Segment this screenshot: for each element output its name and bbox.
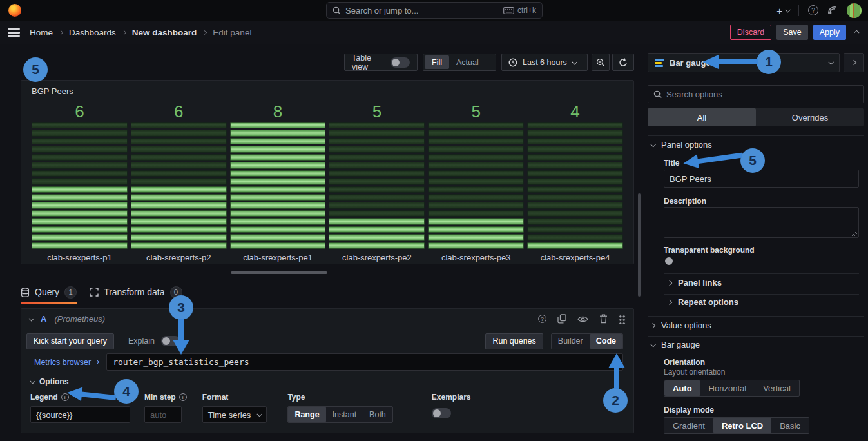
user-avatar[interactable] bbox=[847, 3, 862, 18]
duplicate-query-icon[interactable] bbox=[557, 314, 566, 324]
value-options-header[interactable]: Value options bbox=[651, 320, 711, 330]
query-help-icon[interactable]: ? bbox=[538, 315, 546, 323]
panel-options-header[interactable]: Panel options bbox=[651, 140, 712, 150]
code-mode-button[interactable]: Code bbox=[590, 334, 622, 349]
grafana-logo[interactable] bbox=[8, 4, 21, 17]
apply-button[interactable]: Apply bbox=[813, 24, 846, 40]
tab-all[interactable]: All bbox=[648, 108, 756, 126]
zoom-out-button[interactable] bbox=[592, 54, 610, 71]
breadcrumb-home[interactable]: Home bbox=[30, 28, 53, 37]
table-view-switch[interactable] bbox=[391, 57, 410, 68]
bar-gauge-viz: 6 clab-srexperts-p1 6 clab-srexperts-p2 … bbox=[32, 103, 623, 262]
table-view-toggle[interactable]: Table view bbox=[344, 54, 418, 71]
lcd-cell bbox=[527, 194, 623, 201]
metrics-browser-button[interactable]: Metrics browser bbox=[26, 353, 106, 371]
panel-links-section[interactable]: Panel links bbox=[668, 278, 722, 288]
lcd-cell bbox=[230, 154, 326, 161]
delete-query-icon[interactable] bbox=[599, 314, 608, 324]
lcd-cell bbox=[428, 194, 524, 201]
lcd-cell bbox=[230, 178, 326, 184]
fill-button[interactable]: Fill bbox=[425, 55, 449, 69]
collapse-query-icon[interactable] bbox=[28, 316, 34, 321]
orientation-description: Layout orientation bbox=[664, 368, 725, 377]
lcd-cell bbox=[131, 178, 227, 184]
news-icon[interactable] bbox=[827, 6, 838, 15]
fill-actual-group: Fill Actual bbox=[423, 54, 496, 71]
lcd-cell bbox=[527, 154, 623, 161]
annotation-circle-5: 5 bbox=[23, 57, 48, 82]
display-gradient-button[interactable]: Gradient bbox=[664, 418, 713, 433]
chevron-down-icon bbox=[30, 378, 35, 384]
lcd-cell bbox=[329, 146, 425, 152]
drag-handle-icon[interactable] bbox=[619, 314, 626, 324]
gauge-column: 6 clab-srexperts-p2 bbox=[131, 103, 227, 262]
bar-gauge-icon bbox=[655, 59, 664, 67]
query-ref-id: A bbox=[41, 314, 46, 324]
help-icon[interactable]: ? bbox=[808, 5, 818, 15]
orientation-horizontal-button[interactable]: Horizontal bbox=[700, 380, 755, 396]
lcd-cell bbox=[32, 170, 128, 177]
query-row-header[interactable]: A (Prometheus) ? bbox=[21, 309, 633, 329]
promql-query-input[interactable] bbox=[106, 353, 623, 371]
lcd-cell bbox=[32, 234, 128, 240]
bar-gauge-options-header[interactable]: Bar gauge bbox=[651, 340, 700, 349]
lcd-cell bbox=[329, 226, 425, 233]
menu-icon[interactable] bbox=[8, 28, 20, 37]
chevron-down-icon bbox=[650, 342, 655, 347]
lcd-cell bbox=[527, 130, 623, 136]
lcd-cell bbox=[131, 234, 227, 240]
global-search[interactable]: Search or jump to... ctrl+k bbox=[326, 2, 543, 19]
orientation-vertical-button[interactable]: Vertical bbox=[755, 380, 799, 396]
lcd-cell bbox=[428, 202, 524, 208]
display-retro-lcd-button[interactable]: Retro LCD bbox=[713, 418, 771, 433]
vertical-scrollbar[interactable] bbox=[638, 193, 641, 297]
divider bbox=[648, 336, 864, 337]
tab-transform-data[interactable]: Transform data 0 bbox=[90, 284, 182, 300]
min-step-input[interactable] bbox=[144, 406, 182, 423]
time-range-picker[interactable]: Last 6 hours bbox=[501, 54, 588, 71]
new-button[interactable]: + bbox=[776, 5, 789, 16]
tab-transform-label: Transform data bbox=[104, 287, 164, 297]
panel-title: BGP Peers bbox=[32, 86, 73, 96]
type-both-button[interactable]: Both bbox=[363, 407, 392, 422]
chevron-right-icon bbox=[122, 30, 126, 35]
lcd-cell bbox=[428, 154, 524, 161]
lcd-cell bbox=[428, 234, 524, 240]
builder-mode-button[interactable]: Builder bbox=[552, 334, 590, 349]
exemplars-switch[interactable] bbox=[432, 408, 451, 418]
actual-button[interactable]: Actual bbox=[449, 55, 486, 69]
orientation-auto-button[interactable]: Auto bbox=[664, 380, 700, 396]
type-range-button[interactable]: Range bbox=[288, 407, 325, 422]
format-select[interactable]: Time series bbox=[202, 406, 267, 423]
discard-button[interactable]: Discard bbox=[730, 24, 771, 40]
collapse-header-icon[interactable] bbox=[854, 30, 859, 35]
tab-overrides[interactable]: Overrides bbox=[756, 108, 864, 126]
annotation-arrow-2 bbox=[606, 352, 627, 389]
run-queries-button[interactable]: Run queries bbox=[485, 333, 543, 349]
breadcrumb-new-dashboard[interactable]: New dashboard bbox=[132, 28, 197, 37]
type-instant-button[interactable]: Instant bbox=[326, 407, 363, 422]
legend-input[interactable] bbox=[30, 406, 130, 423]
hide-query-icon[interactable] bbox=[577, 315, 588, 323]
repeat-options-section[interactable]: Repeat options bbox=[668, 297, 738, 307]
description-textarea[interactable] bbox=[664, 207, 859, 238]
lcd-cell bbox=[230, 122, 326, 128]
search-options-input[interactable]: Search options bbox=[648, 85, 864, 103]
breadcrumb-dashboards[interactable]: Dashboards bbox=[69, 28, 116, 37]
kick-start-query-button[interactable]: Kick start your query bbox=[26, 333, 114, 349]
toggle-options-pane-button[interactable] bbox=[844, 53, 864, 72]
display-basic-button[interactable]: Basic bbox=[771, 418, 809, 433]
exemplars-field: Exemplars bbox=[432, 393, 471, 423]
display-mode-label: Display mode bbox=[664, 406, 714, 415]
save-button[interactable]: Save bbox=[776, 24, 808, 40]
info-icon[interactable]: i bbox=[179, 393, 187, 401]
min-step-field: Min stepi bbox=[144, 393, 187, 423]
gauge-value: 5 bbox=[428, 103, 524, 122]
lcd-cell bbox=[131, 138, 227, 144]
horizontal-scrollbar[interactable] bbox=[231, 271, 327, 274]
tab-query[interactable]: Query 1 bbox=[21, 284, 77, 300]
chevron-right-icon bbox=[650, 322, 655, 328]
lcd-cell bbox=[131, 146, 227, 152]
bar-gauge-panel[interactable]: BGP Peers 6 clab-srexperts-p1 6 clab-sre… bbox=[21, 80, 634, 264]
refresh-button[interactable] bbox=[612, 54, 634, 71]
